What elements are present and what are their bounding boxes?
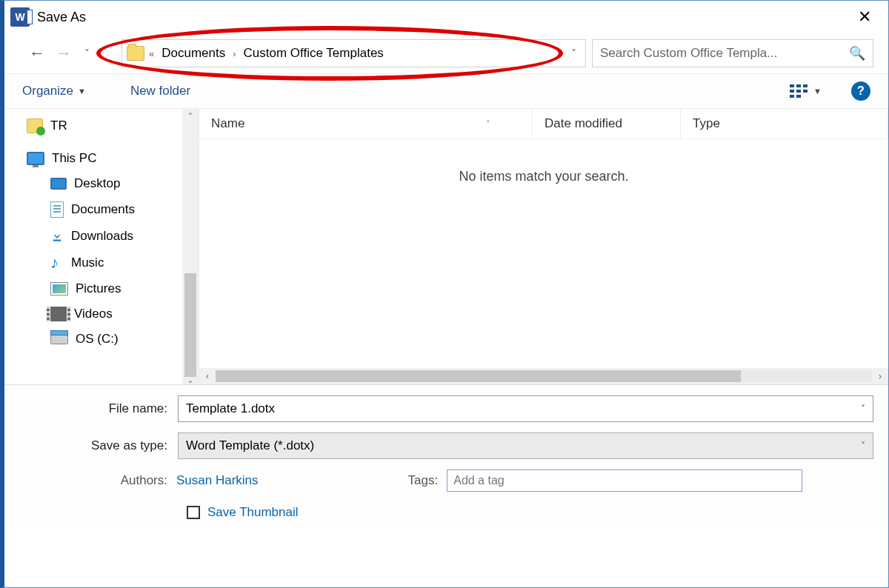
tree-scrollbar[interactable]: ˄ ˅	[182, 109, 199, 384]
scroll-track[interactable]	[216, 370, 872, 382]
column-headers: Name ˄ Date modified Type	[199, 109, 888, 139]
save-thumbnail-label[interactable]: Save Thumbnail	[207, 505, 299, 520]
address-dropdown-icon[interactable]: ˅	[567, 47, 581, 59]
scroll-left-icon[interactable]: ‹	[199, 371, 216, 381]
scroll-down-icon[interactable]: ˅	[188, 377, 193, 384]
save-as-dialog: W Save As ✕ ← → ˅ « Documents › Custom O…	[0, 0, 889, 588]
scroll-up-icon[interactable]: ˄	[188, 109, 193, 125]
breadcrumb-custom-office-templates[interactable]: Custom Office Templates	[241, 44, 387, 62]
column-header-date[interactable]: Date modified	[533, 109, 681, 138]
navigation-row: ← → ˅ « Documents › Custom Office Templa…	[4, 33, 888, 73]
window-title: Save As	[37, 10, 86, 25]
tree-item-os-c[interactable]: OS (C:)	[4, 327, 199, 352]
back-button[interactable]: ←	[27, 43, 47, 64]
organize-menu[interactable]: Organize ▼	[22, 84, 86, 98]
search-icon: 🔍	[849, 45, 865, 61]
search-placeholder: Search Custom Office Templa...	[600, 46, 845, 61]
address-bar[interactable]: « Documents › Custom Office Templates ˅	[121, 39, 586, 67]
tags-label: Tags:	[408, 473, 439, 488]
word-app-icon: W	[10, 7, 30, 27]
svg-rect-0	[53, 240, 61, 241]
search-input[interactable]: Search Custom Office Templa... 🔍	[592, 39, 873, 67]
tree-item-videos[interactable]: Videos	[4, 301, 199, 327]
navigation-tree[interactable]: TR This PC Desktop Documents Downloads ♪	[4, 109, 199, 384]
authors-label: Authors:	[70, 473, 167, 488]
tree-item-downloads[interactable]: Downloads	[4, 223, 199, 250]
breadcrumb-overflow-icon[interactable]: «	[149, 48, 154, 59]
tree-item-tr[interactable]: TR	[4, 113, 199, 138]
savetype-select[interactable]: Word Template (*.dotx) ˅	[178, 432, 873, 459]
scroll-right-icon[interactable]: ›	[872, 371, 888, 381]
forward-button[interactable]: →	[53, 43, 74, 64]
toolbar: Organize ▼ New folder ▼ ?	[4, 73, 888, 109]
breadcrumb-separator-icon: ›	[233, 48, 236, 59]
view-grid-icon	[790, 84, 808, 98]
tree-item-documents[interactable]: Documents	[4, 196, 199, 223]
authors-value[interactable]: Susan Harkins	[176, 473, 259, 488]
tree-item-pictures[interactable]: Pictures	[4, 276, 199, 301]
pictures-icon	[50, 282, 68, 295]
dropdown-icon: ▼	[78, 87, 86, 96]
tree-item-this-pc[interactable]: This PC	[4, 146, 199, 171]
horizontal-scrollbar[interactable]: ‹ ›	[199, 368, 888, 384]
documents-icon	[50, 201, 64, 218]
breadcrumb-documents[interactable]: Documents	[159, 44, 228, 62]
dropdown-icon[interactable]: ˅	[861, 441, 865, 451]
address-bar-container: « Documents › Custom Office Templates ˅	[121, 39, 586, 67]
tree-item-music[interactable]: ♪ Music	[4, 250, 199, 276]
column-header-name[interactable]: Name ˄	[199, 109, 533, 138]
scroll-thumb[interactable]	[216, 370, 741, 382]
column-header-type[interactable]: Type	[681, 109, 888, 138]
this-pc-icon	[27, 152, 44, 165]
sort-indicator-icon: ˄	[486, 119, 490, 129]
music-icon: ♪	[50, 255, 64, 271]
empty-state-text: No items match your search.	[199, 139, 888, 184]
tags-input[interactable]	[447, 470, 802, 492]
drive-icon	[50, 334, 68, 344]
tree-item-desktop[interactable]: Desktop	[4, 171, 199, 196]
close-button[interactable]: ✕	[847, 1, 882, 33]
desktop-icon	[50, 178, 67, 190]
filename-input[interactable]: Template 1.dotx ˅	[178, 395, 873, 422]
savetype-label: Save as type:	[19, 438, 167, 453]
downloads-icon	[50, 228, 64, 244]
new-folder-button[interactable]: New folder	[130, 84, 190, 98]
save-thumbnail-checkbox[interactable]	[187, 506, 200, 519]
dropdown-icon[interactable]: ˅	[861, 404, 865, 414]
recent-locations-dropdown[interactable]: ˅	[80, 47, 93, 59]
titlebar: W Save As ✕	[4, 1, 888, 33]
scroll-thumb[interactable]	[184, 273, 196, 377]
folder-icon	[127, 46, 144, 61]
file-list: Name ˄ Date modified Type No items match…	[199, 109, 888, 384]
help-button[interactable]: ?	[851, 81, 870, 101]
save-form: File name: Template 1.dotx ˅ Save as typ…	[4, 384, 888, 527]
folder-synced-icon	[27, 118, 43, 133]
explorer-body: TR This PC Desktop Documents Downloads ♪	[4, 109, 888, 384]
videos-icon	[50, 307, 67, 321]
dropdown-icon: ▼	[813, 87, 822, 96]
filename-label: File name:	[19, 401, 167, 416]
view-mode-button[interactable]: ▼	[790, 84, 822, 98]
